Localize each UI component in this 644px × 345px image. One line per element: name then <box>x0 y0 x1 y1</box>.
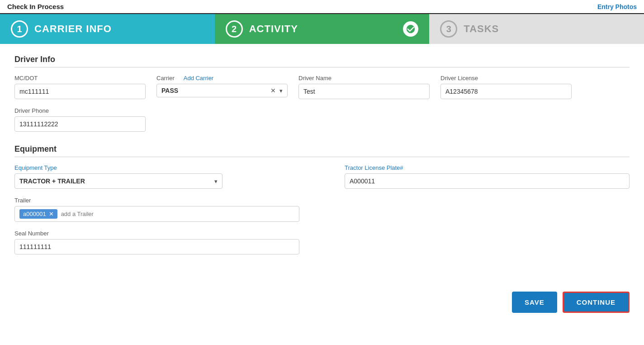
equipment-type-row: Equipment Type TRACTOR + TRAILER ▾ Tract… <box>14 164 630 189</box>
mc-dot-input[interactable] <box>14 84 146 99</box>
steps-bar: 1 CARRIER INFO 2 ACTIVITY 3 TASKS <box>0 14 644 44</box>
mc-dot-label: MC/DOT <box>14 75 146 81</box>
step-3-label: TASKS <box>464 23 499 35</box>
entry-photos-link[interactable]: Entry Photos <box>597 3 637 10</box>
mc-dot-group: MC/DOT <box>14 75 146 99</box>
content-area: Driver Info MC/DOT Carrier Add Carrier P… <box>0 44 644 273</box>
continue-button[interactable]: CONTINUE <box>563 292 630 313</box>
carrier-select[interactable]: PASS ✕ ▾ <box>156 84 288 97</box>
seal-group: Seal Number <box>14 230 299 254</box>
carrier-group: Carrier Add Carrier PASS ✕ ▾ <box>156 75 288 99</box>
step-2[interactable]: 2 ACTIVITY <box>215 14 430 44</box>
driver-license-label: Driver License <box>440 75 572 81</box>
trailer-label: Trailer <box>14 197 299 204</box>
trailer-group: Trailer a000001 ✕ <box>14 197 299 222</box>
trailer-tag: a000001 ✕ <box>19 209 57 219</box>
equipment-section: Equipment Equipment Type TRACTOR + TRAIL… <box>14 144 630 254</box>
carrier-clear-icon[interactable]: ✕ <box>270 87 276 94</box>
trailer-input-box[interactable]: a000001 ✕ <box>14 206 299 222</box>
footer-buttons: SAVE CONTINUE <box>0 283 644 322</box>
equipment-type-select[interactable]: TRACTOR + TRAILER ▾ <box>14 173 223 189</box>
seal-row: Seal Number <box>14 230 630 254</box>
step-1-number: 1 <box>11 20 28 38</box>
tractor-plate-group: Tractor License Plate# <box>345 164 630 189</box>
step-1-label: CARRIER INFO <box>34 23 112 35</box>
trailer-input[interactable] <box>61 211 294 217</box>
equipment-type-value: TRACTOR + TRAILER <box>19 177 214 185</box>
trailer-tag-value: a000001 <box>23 211 46 217</box>
driver-phone-label: Driver Phone <box>14 107 146 114</box>
tractor-plate-input[interactable] <box>345 173 630 189</box>
equipment-title: Equipment <box>14 144 630 157</box>
driver-phone-input[interactable] <box>14 116 146 132</box>
equipment-type-label: Equipment Type <box>14 164 223 171</box>
driver-name-group: Driver Name <box>298 75 430 99</box>
driver-name-label: Driver Name <box>298 75 430 81</box>
driver-name-input[interactable] <box>298 84 430 99</box>
equipment-type-group: Equipment Type TRACTOR + TRAILER ▾ <box>14 164 223 189</box>
driver-info-row-2: Driver Phone <box>14 107 630 132</box>
page-title: Check In Process <box>7 3 64 10</box>
driver-info-row-1: MC/DOT Carrier Add Carrier PASS ✕ ▾ Driv… <box>14 75 630 99</box>
carrier-value: PASS <box>161 87 267 94</box>
driver-phone-group: Driver Phone <box>14 107 146 132</box>
step-2-number: 2 <box>226 20 243 38</box>
top-bar: Check In Process Entry Photos <box>0 0 644 14</box>
driver-license-input[interactable] <box>440 84 572 99</box>
seal-label: Seal Number <box>14 230 299 237</box>
driver-license-group: Driver License <box>440 75 572 99</box>
tractor-plate-label: Tractor License Plate# <box>345 164 630 171</box>
save-button[interactable]: SAVE <box>512 292 557 313</box>
carrier-label: Carrier <box>156 75 175 81</box>
carrier-dropdown-icon[interactable]: ▾ <box>279 87 283 94</box>
add-carrier-link[interactable]: Add Carrier <box>184 75 213 81</box>
driver-info-title: Driver Info <box>14 55 630 67</box>
step-1[interactable]: 1 CARRIER INFO <box>0 14 215 44</box>
trailer-row: Trailer a000001 ✕ <box>14 197 630 222</box>
equipment-type-arrow-icon[interactable]: ▾ <box>214 178 218 185</box>
step-3[interactable]: 3 TASKS <box>429 14 644 44</box>
trailer-tag-remove-icon[interactable]: ✕ <box>49 211 54 217</box>
seal-input[interactable] <box>14 239 299 254</box>
step-3-number: 3 <box>440 20 457 38</box>
step-2-label: ACTIVITY <box>249 23 298 35</box>
step-2-check <box>403 21 418 37</box>
carrier-header: Carrier Add Carrier <box>156 75 288 81</box>
